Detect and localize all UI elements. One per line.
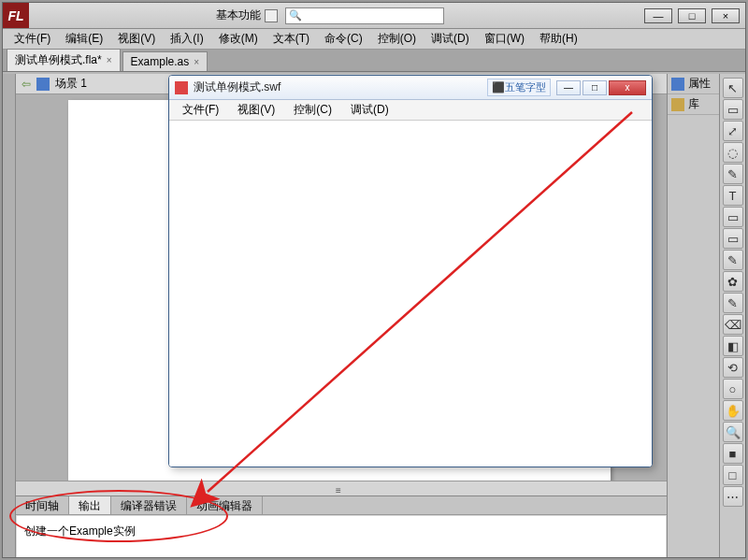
menu-item[interactable]: 文件(F) [7, 29, 58, 49]
tool-button[interactable]: ■ [723, 443, 743, 464]
tool-button[interactable]: ⟲ [723, 357, 743, 378]
search-input[interactable]: 🔍 [285, 7, 444, 24]
close-icon[interactable]: × [194, 57, 199, 67]
tool-button[interactable]: ↖ [723, 78, 743, 98]
tool-button[interactable]: ✿ [723, 271, 743, 292]
tool-button[interactable]: ✎ [723, 293, 743, 313]
tool-button[interactable]: ▭ [723, 99, 743, 120]
chevron-down-icon [265, 9, 278, 22]
tool-button[interactable]: ○ [723, 379, 743, 399]
scroll-grip-icon: ≡ [336, 485, 347, 493]
bottom-panel-tabs: 时间轴输出编译器错误动画编辑器 [16, 496, 667, 515]
back-arrow-icon[interactable]: ⇦ [22, 78, 31, 91]
tool-button[interactable]: □ [723, 465, 743, 485]
tool-button[interactable]: ▭ [723, 228, 743, 249]
menu-item[interactable]: 修改(M) [211, 29, 266, 49]
tool-button[interactable]: ⤢ [723, 121, 743, 141]
swf-title-text: 测试单例模式.swf [194, 79, 487, 95]
menu-item[interactable]: 命令(C) [317, 29, 370, 49]
maximize-button[interactable]: □ [678, 8, 706, 23]
tool-button[interactable]: ✎ [723, 250, 743, 270]
tool-button[interactable]: ▭ [723, 207, 743, 227]
app-logo: FL [3, 3, 29, 28]
swf-close-button[interactable]: x [609, 80, 646, 95]
horizontal-scrollbar[interactable]: ≡ [16, 481, 667, 495]
menu-item[interactable]: 编辑(E) [58, 29, 110, 49]
panel-label: 属性 [688, 76, 711, 92]
ime-indicator[interactable]: ⬛五笔字型 [487, 79, 551, 96]
minimize-button[interactable]: — [644, 8, 672, 23]
library-icon [671, 98, 684, 111]
panel-tab[interactable]: 属性 [668, 74, 719, 94]
title-bar: FL 基本功能 🔍 — □ × [3, 3, 745, 29]
right-panel: 属性库 [667, 74, 719, 557]
tool-button[interactable]: ✎ [723, 164, 743, 184]
flash-icon [175, 81, 188, 94]
swf-menu-bar: 文件(F)视图(V)控制(C)调试(D) [169, 100, 652, 121]
menu-item[interactable]: 视图(V) [110, 29, 163, 49]
swf-maximize-button[interactable]: □ [583, 80, 607, 95]
bottom-tab[interactable]: 时间轴 [16, 496, 69, 514]
workspace-switcher[interactable]: 基本功能 [216, 7, 278, 23]
tool-strip: ↖▭⤢◌✎T▭▭✎✿✎⌫◧⟲○✋🔍■□⋯ [719, 74, 745, 557]
bottom-tab[interactable]: 动画编辑器 [187, 496, 263, 514]
menu-item[interactable]: 插入(I) [163, 29, 210, 49]
document-tab[interactable]: Example.as× [122, 51, 209, 71]
menu-item[interactable]: 窗口(W) [477, 29, 532, 49]
panel-label: 库 [688, 96, 699, 112]
bottom-panel: 时间轴输出编译器错误动画编辑器 创建一个Example实例 [16, 495, 667, 557]
tool-button[interactable]: T [723, 185, 743, 206]
swf-title-bar[interactable]: 测试单例模式.swf ⬛五笔字型 — □ x [169, 76, 652, 100]
swf-menu-item[interactable]: 调试(D) [341, 100, 398, 120]
tool-button[interactable]: ◧ [723, 336, 743, 356]
swf-menu-item[interactable]: 控制(C) [284, 100, 341, 120]
bottom-tab[interactable]: 编译器错误 [111, 496, 187, 514]
output-panel: 创建一个Example实例 [17, 516, 666, 557]
menu-item[interactable]: 帮助(H) [532, 29, 585, 49]
output-text: 创建一个Example实例 [24, 524, 136, 538]
bottom-tab[interactable]: 输出 [69, 496, 111, 514]
swf-minimize-button[interactable]: — [556, 80, 581, 95]
document-tabs: 测试单例模式.fla*×Example.as× [3, 50, 745, 72]
document-tab[interactable]: 测试单例模式.fla*× [7, 49, 121, 71]
tool-button[interactable]: ✋ [723, 400, 743, 421]
menu-item[interactable]: 文本(T) [266, 29, 317, 49]
swf-menu-item[interactable]: 视图(V) [228, 100, 284, 120]
tab-label: Example.as [131, 55, 190, 68]
workspace-label: 基本功能 [216, 7, 261, 23]
menu-item[interactable]: 控制(O) [370, 29, 424, 49]
close-button[interactable]: × [712, 8, 740, 23]
menu-bar: 文件(F)编辑(E)视图(V)插入(I)修改(M)文本(T)命令(C)控制(O)… [3, 29, 745, 50]
panel-tab[interactable]: 库 [668, 94, 719, 115]
swf-stage[interactable] [169, 121, 652, 467]
tool-button[interactable]: ⋯ [723, 486, 743, 507]
tool-button[interactable]: ◌ [723, 142, 743, 163]
left-gutter [3, 74, 16, 557]
close-icon[interactable]: × [107, 55, 112, 65]
tool-button[interactable]: 🔍 [723, 422, 743, 442]
swf-preview-window[interactable]: 测试单例模式.swf ⬛五笔字型 — □ x 文件(F)视图(V)控制(C)调试… [168, 75, 653, 467]
scene-name: 场景 1 [55, 76, 87, 92]
swf-menu-item[interactable]: 文件(F) [173, 100, 228, 120]
scene-icon [36, 78, 50, 91]
search-icon: 🔍 [286, 9, 305, 22]
menu-item[interactable]: 调试(D) [424, 29, 477, 49]
tab-label: 测试单例模式.fla* [15, 52, 102, 68]
properties-icon [671, 78, 684, 91]
tool-button[interactable]: ⌫ [723, 314, 743, 335]
